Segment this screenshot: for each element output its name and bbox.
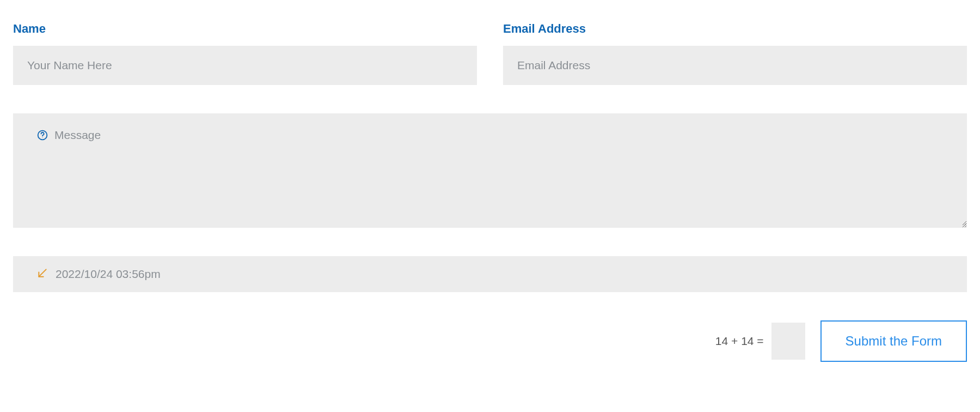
datetime-display[interactable]: 2022/10/24 03:56pm: [13, 256, 967, 292]
form-footer: 14 + 14 = Submit the Form: [13, 320, 967, 362]
captcha-group: 14 + 14 =: [715, 323, 805, 360]
contact-form: Name Email Address: [13, 22, 967, 362]
svg-line-2: [39, 269, 46, 276]
message-wrap: [13, 113, 967, 228]
submit-button[interactable]: Submit the Form: [820, 320, 967, 362]
datetime-row: 2022/10/24 03:56pm: [13, 256, 967, 292]
message-textarea[interactable]: [13, 113, 967, 226]
name-email-row: Name Email Address: [13, 22, 967, 85]
email-label: Email Address: [503, 22, 967, 36]
captcha-question: 14 + 14 =: [715, 335, 764, 348]
name-input[interactable]: [13, 46, 477, 85]
captcha-input[interactable]: [771, 323, 805, 360]
email-input[interactable]: [503, 46, 967, 85]
arrow-down-right-box-icon: [37, 268, 48, 281]
message-row: [13, 113, 967, 228]
datetime-value: 2022/10/24 03:56pm: [56, 268, 161, 281]
name-field-group: Name: [13, 22, 477, 85]
email-field-group: Email Address: [503, 22, 967, 85]
name-label: Name: [13, 22, 477, 36]
